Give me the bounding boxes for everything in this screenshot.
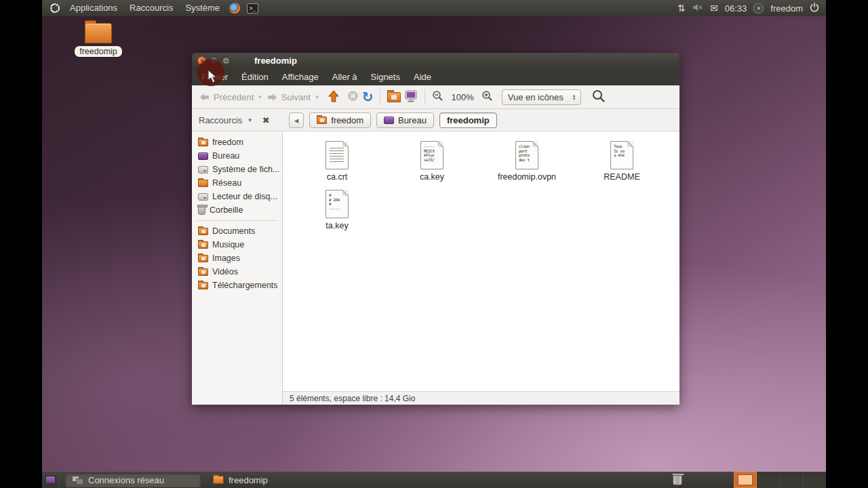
workspace-3[interactable] (780, 472, 803, 488)
sidebar-item-documents[interactable]: Documents (192, 224, 282, 238)
top-panel: Applications Raccourcis Système >_ ⇅ ✉ 0… (42, 0, 826, 16)
forward-button[interactable]: Suivant ▾ (267, 92, 320, 102)
menu-aide[interactable]: Aide (407, 70, 438, 84)
videos-folder-icon (198, 268, 208, 276)
desktop-icon-freedomip[interactable]: freedomip (72, 23, 125, 57)
sidebar-item-videos[interactable]: Vidéos (192, 265, 282, 279)
menu-signets[interactable]: Signets (364, 70, 407, 84)
network-connections-icon (72, 476, 83, 485)
desktop: Applications Raccourcis Système >_ ⇅ ✉ 0… (42, 0, 826, 488)
home-folder-icon (317, 117, 327, 124)
view-mode-select[interactable]: Vue en icônes ▴▾ (502, 89, 581, 105)
zoom-out-button[interactable] (432, 90, 443, 104)
session-user-label[interactable]: freedom (770, 3, 803, 14)
disk-drive-icon (198, 193, 208, 201)
menu-applications[interactable]: Applications (64, 0, 123, 16)
menu-affichage[interactable]: Affichage (275, 70, 326, 84)
file-view: ca.crt ----- MIICX kPluc xa73/ ca.key cl… (283, 131, 679, 405)
computer-button[interactable] (404, 90, 418, 104)
window-body: freedom Bureau Système de fich... Réseau (192, 131, 679, 405)
trash-applet-icon[interactable] (673, 474, 682, 485)
menu-raccourcis[interactable]: Raccourcis (123, 0, 179, 16)
folder-icon (213, 476, 224, 484)
crumb-freedom[interactable]: freedom (309, 113, 371, 128)
show-desktop-button[interactable] (42, 472, 60, 488)
up-button[interactable] (328, 90, 340, 104)
status-bar: 5 éléments, espace libre : 14,4 Gio (283, 391, 679, 405)
search-button[interactable] (591, 89, 606, 105)
sidebar: freedom Bureau Système de fich... Réseau (192, 131, 283, 405)
terminal-launcher-icon[interactable]: >_ (247, 3, 258, 14)
downloads-folder-icon (198, 282, 208, 289)
documents-folder-icon (198, 228, 208, 235)
crumb-freedomip[interactable]: freedomip (439, 113, 497, 128)
maximize-button[interactable]: ▢ (222, 56, 231, 65)
crumb-bureau[interactable]: Bureau (376, 113, 434, 128)
sidebar-item-lecteur-disque[interactable]: Lecteur de disq... (192, 190, 282, 203)
menu-aller-a[interactable]: Aller à (326, 70, 364, 84)
desktop-crumb-icon (384, 117, 394, 124)
toolbar: Précédent ▾ Suivant ▾ (192, 85, 679, 109)
show-desktop-icon (45, 476, 56, 484)
desktop-icon-label: freedomip (75, 46, 122, 57)
window-title: freedomip (254, 56, 297, 66)
menu-edition[interactable]: Édition (235, 70, 275, 84)
task-connexions-reseau[interactable]: Connexions réseau (65, 473, 201, 487)
sidebar-item-musique[interactable]: Musique (192, 238, 282, 251)
presence-icon[interactable]: ✕ (753, 3, 764, 14)
file-ca-key[interactable]: ----- MIICX kPluc xa73/ ca.key (384, 141, 479, 190)
workspace-1[interactable] (734, 472, 757, 488)
close-location-icon[interactable]: ✖ (262, 115, 270, 125)
menu-systeme[interactable]: Système (179, 0, 226, 16)
workspace-2[interactable] (757, 472, 780, 488)
crumb-scroll-left[interactable]: ◂ (289, 113, 304, 128)
sidebar-item-corbeille[interactable]: Corbeille (192, 203, 282, 217)
workspace-window-thumb (738, 474, 753, 485)
desktop-icon (198, 152, 208, 160)
sidebar-item-systeme-fichiers[interactable]: Système de fich... (192, 163, 282, 176)
network-traffic-icon[interactable]: ⇅ (677, 3, 686, 14)
shortcuts-dropdown[interactable]: Raccourcis ▾ (199, 115, 253, 125)
zoom-in-button[interactable] (481, 90, 493, 104)
back-button[interactable]: Précédent ▾ (199, 92, 263, 102)
file-readme[interactable]: Tous Si vo a été README (574, 141, 669, 190)
file-manager-window: ✕ — ▢ freedomip Fichier Édition Affichag… (192, 53, 679, 405)
sidebar-item-freedom[interactable]: freedom (192, 136, 282, 149)
titlebar[interactable]: ✕ — ▢ freedomip (192, 53, 679, 68)
stop-button[interactable] (347, 90, 359, 104)
workspace-4[interactable] (803, 472, 826, 488)
file-ca-crt[interactable]: ca.crt (290, 141, 384, 190)
bottom-panel: Connexions réseau freedomip (42, 472, 826, 488)
images-folder-icon (198, 255, 208, 262)
screen: Applications Raccourcis Système >_ ⇅ ✉ 0… (0, 0, 868, 488)
music-folder-icon (198, 241, 208, 249)
mail-icon[interactable]: ✉ (710, 3, 718, 14)
text-file-icon: # # 204 # ----- (326, 190, 349, 218)
filesystem-icon (198, 166, 208, 174)
sidebar-separator (196, 220, 278, 221)
location-bar: Raccourcis ▾ ✖ ◂ freedom Bureau freedomi… (192, 109, 679, 131)
sidebar-item-images[interactable]: Images (192, 251, 282, 265)
text-file-icon: Tous Si vo a été (610, 141, 633, 169)
network-icon (198, 180, 208, 187)
sidebar-item-reseau[interactable]: Réseau (192, 176, 282, 190)
workspace-switcher (734, 472, 826, 488)
ubuntu-logo-icon[interactable] (50, 3, 60, 14)
text-file-icon (326, 141, 349, 169)
reload-button[interactable]: ↻ (362, 90, 374, 104)
power-icon[interactable] (810, 3, 819, 14)
sidebar-item-telechargements[interactable]: Téléchargements (192, 279, 282, 292)
file-freedomip-ovpn[interactable]: clien port proto dev t freedomip.ovpn (479, 141, 574, 190)
home-button[interactable] (387, 92, 401, 102)
text-file-icon: clien port proto dev t (515, 141, 538, 169)
icon-grid: ca.crt ----- MIICX kPluc xa73/ ca.key cl… (283, 131, 679, 391)
firefox-launcher-icon[interactable] (229, 3, 240, 14)
clock[interactable]: 06:33 (725, 3, 747, 14)
text-file-icon: ----- MIICX kPluc xa73/ (420, 141, 443, 169)
back-arrow-icon (199, 93, 210, 102)
file-ta-key[interactable]: # # 204 # ----- ta.key (290, 190, 384, 239)
volume-muted-icon[interactable] (692, 3, 703, 14)
sidebar-item-bureau[interactable]: Bureau (192, 149, 282, 163)
forward-arrow-icon (267, 93, 278, 102)
task-freedomip[interactable]: freedomip (206, 473, 366, 487)
